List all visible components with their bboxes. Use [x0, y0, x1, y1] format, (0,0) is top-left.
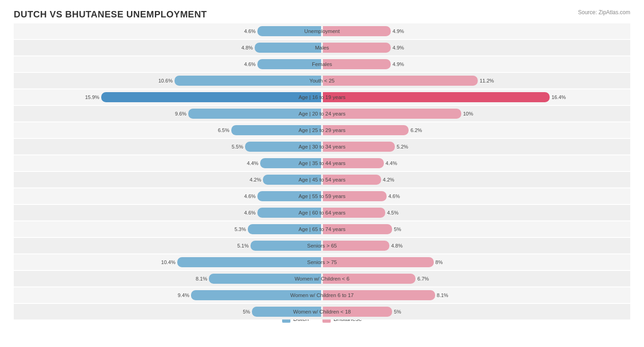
dutch-bar [175, 76, 321, 86]
chart-row: 5.1% Seniors > 65 4.8% [14, 238, 630, 253]
dutch-value: 9.4% [178, 292, 189, 298]
chart-area: 4.6% Unemployment 4.9% 4.8% Males 4.9% 4… [14, 23, 630, 302]
row-label: Unemployment [304, 28, 339, 34]
dutch-value: 9.6% [175, 111, 186, 116]
bhutanese-value: 6.7% [417, 276, 429, 281]
row-label: Seniors > 65 [307, 243, 337, 248]
row-label: Women w/ Children < 18 [293, 309, 351, 314]
source-label: Source: ZipAtlas.com [578, 9, 630, 16]
chart-row: 6.5% Age | 25 to 29 years 6.2% [14, 122, 630, 138]
row-label: Seniors > 75 [307, 259, 337, 265]
bhutanese-value: 6.2% [410, 127, 422, 133]
bhutanese-value: 4.9% [393, 61, 404, 67]
chart-title: DUTCH VS BHUTANESE UNEMPLOYMENT [14, 9, 630, 20]
bhutanese-bar [323, 257, 434, 267]
bhutanese-value: 4.9% [393, 28, 404, 34]
dutch-value: 4.6% [244, 61, 256, 67]
chart-row: 4.6% Females 4.9% [14, 56, 630, 72]
dutch-value: 5.3% [235, 226, 246, 232]
row-label: Age | 55 to 59 years [299, 193, 346, 199]
dutch-bar [177, 257, 321, 267]
dutch-value: 4.6% [244, 28, 256, 34]
chart-container: DUTCH VS BHUTANESE UNEMPLOYMENT Source: … [0, 0, 644, 347]
bhutanese-value: 16.4% [551, 94, 566, 100]
dutch-value: 5.1% [237, 243, 249, 248]
chart-row: 8.1% Women w/ Children < 6 6.7% [14, 271, 630, 286]
dutch-value: 5.5% [232, 144, 243, 149]
row-label: Age | 16 to 19 years [299, 94, 346, 100]
chart-row: 15.9% Age | 16 to 19 years 16.4% [14, 89, 630, 105]
dutch-value: 4.6% [244, 193, 256, 199]
dutch-value: 6.5% [218, 127, 229, 133]
bhutanese-value: 4.5% [387, 210, 398, 215]
row-label: Age | 35 to 44 years [299, 160, 346, 166]
dutch-value: 4.8% [241, 45, 253, 50]
dutch-value: 10.4% [161, 259, 175, 265]
dutch-value: 4.2% [250, 177, 261, 182]
bhutanese-value: 8% [436, 259, 443, 265]
bhutanese-bar [323, 92, 550, 102]
dutch-value: 5% [243, 309, 250, 314]
chart-row: 5% Women w/ Children < 18 5% [14, 304, 630, 319]
row-label: Age | 65 to 74 years [299, 226, 346, 232]
row-label: Women w/ Children < 6 [295, 276, 349, 281]
bhutanese-value: 4.6% [388, 193, 400, 199]
row-label: Women w/ Children 6 to 17 [290, 292, 354, 298]
row-label: Age | 25 to 29 years [299, 127, 346, 133]
bhutanese-value: 11.2% [480, 78, 494, 83]
bhutanese-value: 4.2% [383, 177, 394, 182]
dutch-bar [101, 92, 321, 102]
dutch-value: 15.9% [85, 94, 99, 100]
row-label: Females [312, 61, 332, 67]
chart-row: 4.4% Age | 35 to 44 years 4.4% [14, 155, 630, 171]
chart-row: 4.6% Unemployment 4.9% [14, 23, 630, 39]
dutch-value: 4.6% [244, 210, 256, 215]
bhutanese-value: 10% [463, 111, 473, 116]
dutch-bar [255, 43, 321, 53]
bhutanese-value: 4.4% [386, 160, 397, 166]
row-label: Age | 30 to 34 years [299, 144, 346, 149]
chart-row: 5.5% Age | 30 to 34 years 5.2% [14, 139, 630, 154]
chart-row: 4.8% Males 4.9% [14, 40, 630, 55]
bhutanese-value: 5.2% [397, 144, 408, 149]
chart-row: 4.2% Age | 45 to 54 years 4.2% [14, 172, 630, 187]
chart-row: 10.4% Seniors > 75 8% [14, 254, 630, 270]
bhutanese-bar [323, 43, 391, 53]
dutch-value: 8.1% [196, 276, 207, 281]
bhutanese-value: 5% [394, 309, 401, 314]
bhutanese-value: 4.8% [391, 243, 403, 248]
row-label: Males [315, 45, 329, 50]
dutch-value: 4.4% [247, 160, 258, 166]
bhutanese-value: 8.1% [437, 292, 448, 298]
bhutanese-bar [323, 59, 391, 69]
row-label: Youth < 25 [310, 78, 335, 83]
chart-row: 9.4% Women w/ Children 6 to 17 8.1% [14, 287, 630, 303]
chart-row: 5.3% Age | 65 to 74 years 5% [14, 221, 630, 237]
bhutanese-value: 4.9% [393, 45, 404, 50]
chart-row: 4.6% Age | 60 to 64 years 4.5% [14, 205, 630, 220]
bhutanese-bar [323, 76, 478, 86]
chart-row: 10.6% Youth < 25 11.2% [14, 73, 630, 88]
row-label: Age | 20 to 24 years [299, 111, 346, 116]
row-label: Age | 45 to 54 years [299, 177, 346, 182]
chart-row: 9.6% Age | 20 to 24 years 10% [14, 106, 630, 121]
chart-row: 4.6% Age | 55 to 59 years 4.6% [14, 188, 630, 204]
row-label: Age | 60 to 64 years [299, 210, 346, 215]
bhutanese-value: 5% [394, 226, 401, 232]
dutch-value: 10.6% [158, 78, 173, 83]
